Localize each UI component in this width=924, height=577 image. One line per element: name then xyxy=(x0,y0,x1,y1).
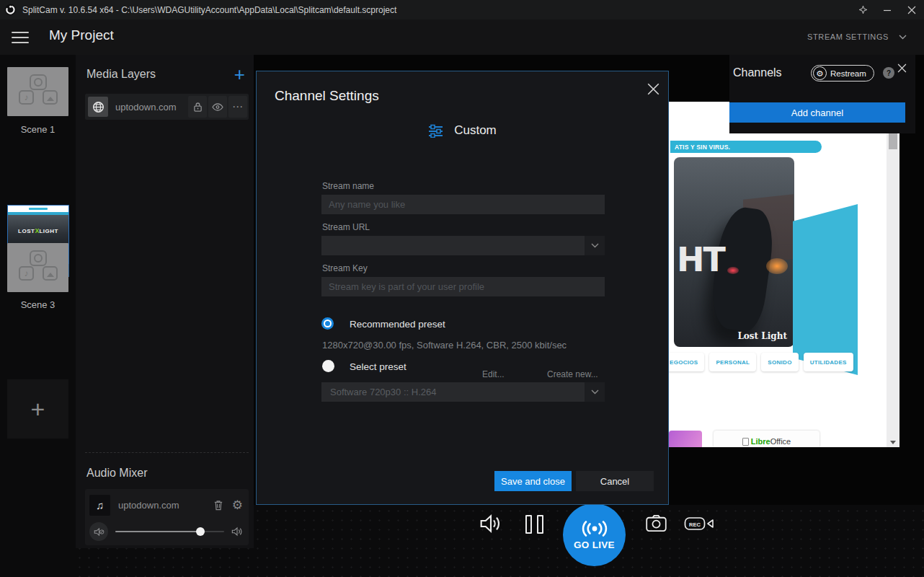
save-and-close-button[interactable]: Save and close xyxy=(494,471,572,491)
stream-settings-dropdown[interactable]: STREAM SETTINGS xyxy=(807,32,907,41)
add-layer-button[interactable]: + xyxy=(234,68,245,81)
game-card: HT Lost Light xyxy=(674,157,794,347)
go-live-button[interactable]: GO LIVE xyxy=(563,503,626,566)
restream-button[interactable]: ⚙ Restream xyxy=(811,65,874,82)
media-layers-title: Media Layers xyxy=(86,68,156,81)
lock-icon[interactable] xyxy=(188,96,207,118)
channels-panel: Channels ⚙ Restream ? Add channel xyxy=(729,55,915,133)
music-icon: ♪ xyxy=(19,90,34,105)
mixer-track-name: uptodown.com xyxy=(118,500,205,511)
pin-icon[interactable] xyxy=(850,0,875,19)
webcam-icon xyxy=(30,250,47,266)
volume-slider[interactable] xyxy=(115,527,224,537)
select-preset-label: Select preset xyxy=(350,361,407,372)
titlebar: SplitCam v. 10.6.54 x64 - C:\Users\WDAGU… xyxy=(0,0,924,19)
snapshot-camera-icon[interactable] xyxy=(645,514,667,533)
window-title: SplitCam v. 10.6.54 x64 - C:\Users\WDAGU… xyxy=(22,5,396,15)
scene-3-thumbnail[interactable]: ♪ xyxy=(7,243,68,292)
splitcam-logo-icon xyxy=(4,4,17,16)
channels-title: Channels xyxy=(733,66,782,79)
stream-key-input[interactable] xyxy=(321,277,605,296)
modal-close-icon[interactable] xyxy=(644,80,662,98)
recommended-preset-radio[interactable] xyxy=(321,317,334,330)
stream-url-label: Stream URL xyxy=(322,222,370,232)
preset-select-value: Software 720p30 :: H.264 xyxy=(330,387,436,397)
channel-mode-label: Custom xyxy=(454,123,497,138)
recommended-preset-description: 1280x720@30.00 fps, Software H.264, CBR,… xyxy=(322,340,567,351)
scenes-rail: ♪ Scene 1 LOSTXLIGHT Scene 2 ♪ Scene 3 + xyxy=(0,55,76,577)
close-button[interactable] xyxy=(899,0,924,19)
custom-sliders-icon xyxy=(428,124,443,138)
plus-icon: + xyxy=(31,397,45,421)
channels-close-icon[interactable] xyxy=(897,63,907,73)
add-channel-button[interactable]: Add channel xyxy=(729,102,905,123)
media-layers-panel: Media Layers + uptodown.com ⋯ Audio Mixe… xyxy=(76,55,254,548)
volume-slider-thumb[interactable] xyxy=(196,527,205,536)
visibility-eye-icon[interactable] xyxy=(208,96,227,118)
libreoffice-card: LibreOffice xyxy=(714,431,819,447)
broadcast-icon xyxy=(577,520,612,537)
category-chip: PERSONAL xyxy=(709,353,756,371)
game-title: Lost Light xyxy=(737,331,787,341)
site-banner: ATIS Y SIN VIRUS. xyxy=(670,141,822,153)
header-bar: My Project STREAM SETTINGS xyxy=(0,19,924,55)
select-preset-radio[interactable] xyxy=(322,360,334,372)
cancel-button[interactable]: Cancel xyxy=(576,471,654,491)
preset-select-dropdown-icon[interactable] xyxy=(585,382,605,402)
scroll-down-arrow[interactable] xyxy=(890,441,896,444)
category-chip: SONIDO xyxy=(761,353,798,371)
panel-divider xyxy=(85,452,249,453)
stream-name-input[interactable] xyxy=(321,195,605,214)
layer-row[interactable]: uptodown.com ⋯ xyxy=(85,94,249,120)
scene-1-label: Scene 1 xyxy=(0,124,76,135)
image-icon xyxy=(43,266,58,281)
minimize-button[interactable] xyxy=(875,0,899,19)
record-button[interactable]: REC xyxy=(684,516,714,532)
modal-title: Channel Settings xyxy=(275,88,379,104)
create-preset-link[interactable]: Create new... xyxy=(547,369,598,379)
media-audio-icon: ♫ xyxy=(89,495,110,516)
app-card xyxy=(669,431,702,447)
thumb-site-header xyxy=(8,206,68,212)
project-title: My Project xyxy=(49,27,114,43)
go-live-label: GO LIVE xyxy=(574,539,615,550)
hero-headline: HT xyxy=(677,240,724,279)
cyan-ribbon xyxy=(793,204,858,375)
scene-1-thumbnail[interactable]: ♪ xyxy=(7,67,68,116)
chevron-down-icon xyxy=(899,35,907,40)
add-scene-button[interactable]: + xyxy=(7,379,68,439)
help-icon[interactable]: ? xyxy=(883,67,894,79)
webpage-scrollbar[interactable] xyxy=(887,102,899,447)
globe-icon xyxy=(88,97,108,117)
webcam-icon xyxy=(30,74,47,90)
restream-logo-icon: ⚙ xyxy=(813,66,827,80)
image-icon xyxy=(43,90,58,105)
splitcam-window: SplitCam v. 10.6.54 x64 - C:\Users\WDAGU… xyxy=(0,0,924,577)
gear-icon[interactable]: ⚙ xyxy=(232,498,243,513)
preset-select[interactable]: Software 720p30 :: H.264 xyxy=(321,382,605,402)
speaker-icon xyxy=(231,527,243,537)
pause-button[interactable] xyxy=(525,515,543,534)
recommended-preset-label: Recommended preset xyxy=(350,319,445,330)
stream-url-input[interactable] xyxy=(321,236,585,255)
more-options-icon[interactable]: ⋯ xyxy=(228,96,247,118)
menu-icon[interactable] xyxy=(12,32,29,43)
audio-output-icon[interactable] xyxy=(479,514,502,534)
rec-label: REC xyxy=(689,521,701,528)
webpage-capture: ATIS Y SIN VIRUS. HT Lost Light EGOCIOS … xyxy=(669,102,899,447)
trash-icon[interactable] xyxy=(213,500,223,511)
mixer-track: ♫ uptodown.com ⚙ xyxy=(85,489,249,545)
audio-mixer-title: Audio Mixer xyxy=(86,467,147,480)
layer-name: uptodown.com xyxy=(115,102,188,113)
document-icon xyxy=(742,438,749,446)
scrollbar-thumb[interactable] xyxy=(889,133,897,149)
stream-settings-label: STREAM SETTINGS xyxy=(807,32,889,41)
edit-preset-link[interactable]: Edit... xyxy=(482,369,505,379)
channel-settings-modal: Channel Settings Custom Stream name Stre… xyxy=(256,71,669,505)
stream-url-dropdown-icon[interactable] xyxy=(585,236,605,255)
scene-3-label: Scene 3 xyxy=(0,299,76,310)
music-icon: ♪ xyxy=(19,266,34,281)
mute-speaker-icon[interactable] xyxy=(89,522,108,541)
stream-key-label: Stream Key xyxy=(322,263,368,273)
category-chip: UTILIDADES xyxy=(804,353,853,371)
